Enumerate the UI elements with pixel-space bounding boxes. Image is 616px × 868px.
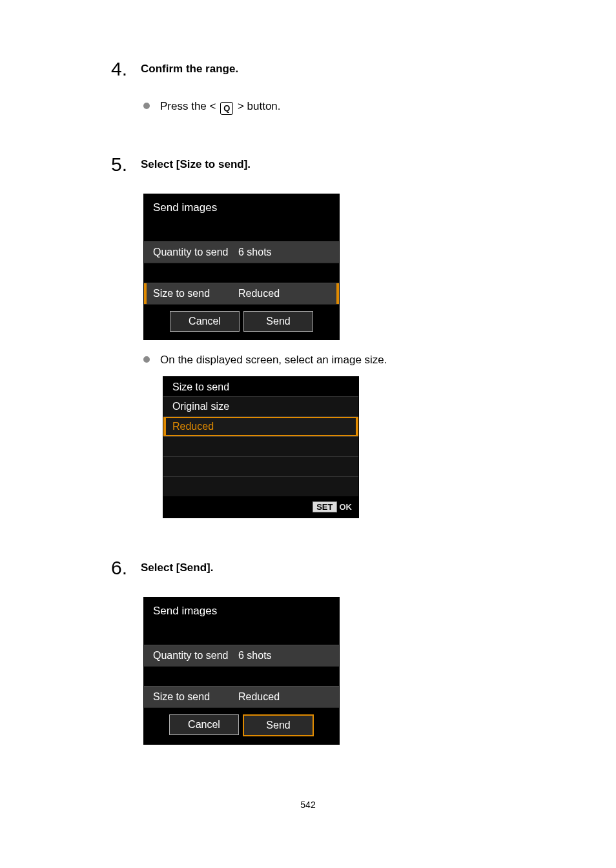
option-reduced[interactable]: Reduced	[163, 416, 358, 436]
camera-screen-send-images: Send images Quantity to send 6 shots Siz…	[143, 194, 340, 340]
step-5: 5. Select [Size to send]. Send images Qu…	[111, 154, 577, 518]
size-value: Reduced	[238, 288, 330, 299]
set-ok-row: SET OK	[163, 496, 358, 518]
size-to-send-row[interactable]: Size to send Reduced	[144, 283, 339, 305]
size-label: Size to send	[153, 692, 238, 702]
empty-row	[163, 476, 358, 496]
spacer	[144, 667, 339, 686]
empty-row	[163, 436, 358, 456]
empty-row	[163, 456, 358, 476]
quantity-row: Quantity to send 6 shots	[144, 645, 339, 667]
option-original-size[interactable]: Original size	[163, 396, 358, 416]
step-4: 4. Confirm the range. Press the < Q > bu…	[111, 58, 577, 115]
step-6: 6. Select [Send]. Send images Quantity t…	[111, 557, 577, 745]
step-number: 5.	[111, 154, 141, 176]
size-label: Size to send	[153, 288, 238, 299]
bullet-list: Press the < Q > button.	[143, 98, 577, 115]
send-button[interactable]: Send	[243, 714, 314, 736]
step-number: 6.	[111, 557, 141, 579]
bullet-icon	[143, 356, 150, 363]
quantity-row: Quantity to send 6 shots	[144, 241, 339, 263]
ok-label: OK	[337, 503, 353, 511]
step-header: 6. Select [Send].	[111, 557, 577, 579]
bullet-item: Press the < Q > button.	[143, 98, 577, 115]
quantity-label: Quantity to send	[153, 651, 238, 661]
q-button-icon: Q	[220, 102, 233, 115]
spacer	[144, 263, 339, 283]
button-row: Cancel Send	[144, 708, 339, 744]
bullet-icon	[143, 103, 150, 109]
camera-screen-size-select: Size to send Original size Reduced SET O…	[163, 376, 359, 518]
cancel-button[interactable]: Cancel	[169, 714, 239, 735]
spacer	[144, 222, 339, 241]
page-number: 542	[0, 800, 616, 810]
cancel-button[interactable]: Cancel	[170, 311, 240, 332]
set-label: SET	[313, 501, 336, 512]
spacer	[144, 625, 339, 645]
bullet-list: On the displayed screen, select an image…	[143, 352, 577, 368]
bullet-text: Press the < Q > button.	[160, 98, 281, 115]
quantity-value: 6 shots	[238, 247, 330, 257]
quantity-label: Quantity to send	[153, 247, 238, 257]
step-title: Select [Send].	[141, 561, 213, 574]
step-title: Confirm the range.	[141, 63, 238, 76]
quantity-value: 6 shots	[238, 651, 330, 661]
button-row: Cancel Send	[144, 305, 339, 339]
text-post: > button.	[234, 100, 280, 112]
step-number: 4.	[111, 58, 141, 80]
bullet-item: On the displayed screen, select an image…	[143, 352, 577, 368]
screen-title: Send images	[144, 194, 339, 222]
set-ok-indicator: SET OK	[313, 501, 352, 512]
send-button[interactable]: Send	[243, 311, 313, 332]
step-header: 5. Select [Size to send].	[111, 154, 577, 176]
screen-title: Send images	[144, 598, 339, 625]
step-header: 4. Confirm the range.	[111, 58, 577, 80]
step-title: Select [Size to send].	[141, 158, 251, 171]
manual-page: 4. Confirm the range. Press the < Q > bu…	[0, 0, 616, 868]
camera-screen-send-images: Send images Quantity to send 6 shots Siz…	[143, 597, 340, 745]
text-pre: Press the <	[160, 100, 219, 112]
bullet-text: On the displayed screen, select an image…	[160, 352, 387, 368]
size-value: Reduced	[238, 692, 330, 702]
size-to-send-row[interactable]: Size to send Reduced	[144, 686, 339, 708]
screen-title: Size to send	[163, 377, 358, 396]
